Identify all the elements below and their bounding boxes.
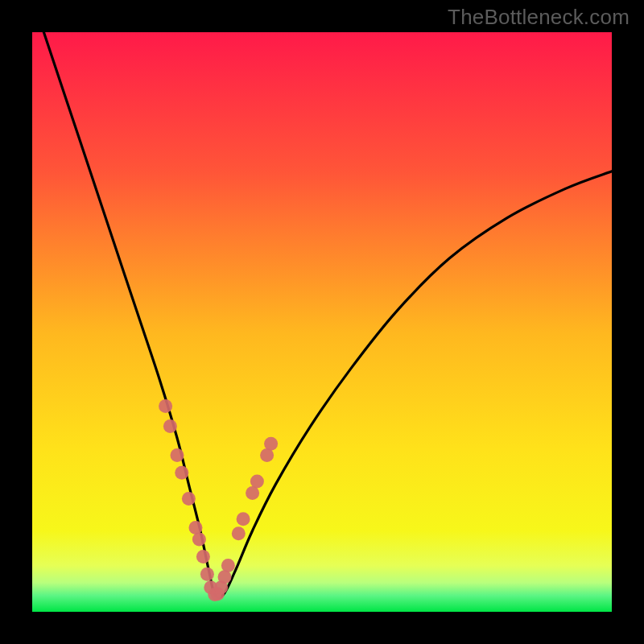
sample-point: [175, 466, 188, 480]
sample-point: [264, 437, 278, 451]
plot-area: [32, 32, 612, 612]
sample-point: [182, 492, 196, 506]
chart-container: TheBottleneck.com: [0, 0, 644, 644]
sample-point: [200, 568, 214, 581]
watermark-text: TheBottleneck.com: [448, 5, 630, 30]
sample-point: [171, 448, 184, 462]
sample-point: [260, 448, 274, 462]
sample-point: [189, 521, 203, 535]
sample-point: [192, 533, 206, 547]
sample-point: [221, 559, 235, 572]
sample-point: [232, 526, 246, 540]
sample-point: [237, 512, 250, 526]
plot-svg: [32, 32, 612, 612]
gradient-background: [32, 32, 612, 612]
sample-point: [163, 419, 177, 433]
sample-point: [196, 550, 210, 564]
sample-point: [250, 475, 264, 489]
sample-point: [218, 570, 232, 584]
sample-point: [159, 399, 172, 413]
